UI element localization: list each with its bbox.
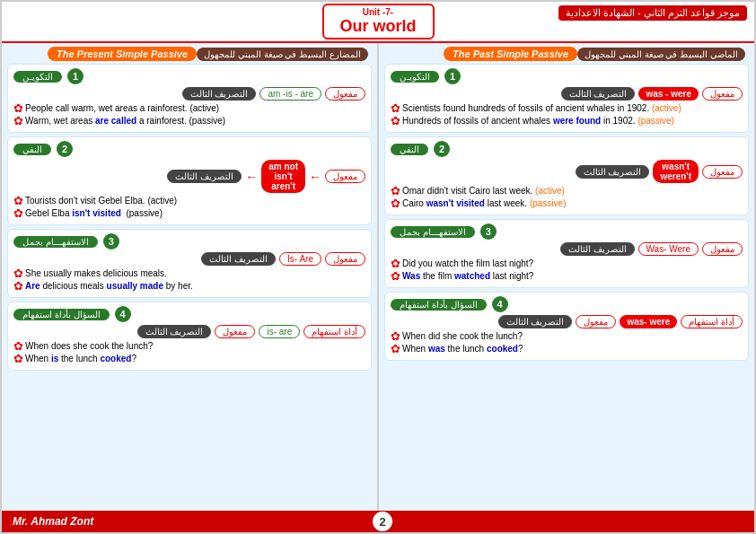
bullet7: ✿ [13, 340, 23, 352]
title-box: Unit -7- Our world [322, 4, 435, 39]
right-sec1-header: 1 التكويـن [391, 68, 743, 84]
left-sec1-ex2-text: Warm, wet areas are called a rainforest.… [25, 116, 225, 126]
right-sec2-ex2: ✿ Cairo wasn't visited last week. (passi… [391, 198, 743, 209]
right-sec1-name: التكويـن [391, 71, 439, 83]
left-f2-maf3ol: مفعول [325, 170, 365, 183]
left-num3: 3 [103, 233, 119, 249]
left-section-4: 4 السؤال بأداة استفهام أداة استفهام is- … [7, 302, 372, 371]
left-sec2-name: النفي [13, 144, 51, 155]
left-sec2-header: 2 النفي [13, 141, 365, 157]
right-tense-english: The Past Simple Passive [444, 47, 577, 61]
left-f1-am-is-are: am -is - are [259, 87, 321, 101]
content-area: المضارع البسيط في صيغة المبني للمجهول Th… [2, 43, 754, 511]
left-tense-english: The Present Simple Passive [48, 47, 197, 61]
bullet6: ✿ [13, 280, 23, 292]
right-sec3-ex1-text: Did you watch the film last night? [402, 258, 533, 268]
left-num4: 4 [115, 306, 131, 322]
right-tense-arabic: الماضي البسيط في صيغة المبني للمجهول [577, 48, 745, 61]
exam-label: موجز قواعد الترم الثاني - الشهادة الاعدا… [558, 5, 747, 21]
rbullet4: ✿ [391, 197, 400, 209]
left-panel: المضارع البسيط في صيغة المبني للمجهول Th… [2, 43, 379, 511]
right-num2: 2 [434, 141, 450, 157]
left-sec3-header: 3 الاستفهـــام بجمل [13, 233, 365, 249]
bullet4: ✿ [13, 207, 23, 219]
header: Unit -7- Our world موجز قواعد الترم الثا… [2, 2, 754, 43]
unit-label: Unit -7- [340, 7, 417, 17]
left-tense-header: المضارع البسيط في صيغة المبني للمجهول Th… [7, 47, 372, 61]
left-f3-is-are: Is- Are [279, 252, 321, 266]
left-section-2: 2 النفي مفعول ← am notisn'taren't ← التص… [7, 136, 372, 225]
right-sec1-ex2: ✿ Hundreds of fossils of ancient whales … [391, 116, 743, 127]
footer: Mr. Ahmad Zont 2 [2, 511, 754, 532]
bullet8: ✿ [13, 353, 23, 364]
bullet3: ✿ [13, 195, 23, 206]
left-sec1-ex2: ✿ Warm, wet areas are called a rainfores… [13, 116, 365, 127]
left-f3-tasref: التصريف الثالث [201, 252, 276, 266]
left-sec2-ex2: ✿ Gebel Elba isn't visited (passive) [13, 208, 365, 219]
right-f2-tasref: التصريف الثالث [576, 165, 650, 179]
left-sec1-ex1: ✿ People call warm, wet areas a rainfore… [13, 103, 365, 114]
left-num2: 2 [57, 141, 73, 157]
right-section-4: 4 السؤال بأداة استفهام أداة استفهام was-… [384, 292, 749, 361]
left-f4-tasref: التصريف الثالث [137, 325, 212, 338]
left-sec3-ex2: ✿ Are delicious meals usually made by he… [13, 281, 365, 292]
right-f3-tasref: التصريف الثالث [560, 242, 635, 256]
teacher-name: Mr. Ahmad Zont [13, 515, 93, 528]
right-num1: 1 [444, 68, 461, 84]
right-sec4-ex2: ✿ When was the lunch cooked? [391, 344, 743, 355]
left-sec1-formula: مفعول am -is - are التصريف الثالث [13, 87, 365, 101]
left-sec2-formula: مفعول ← am notisn'taren't ← التصريف الثا… [13, 160, 365, 193]
left-sec3-ex1-text: She usually makes delicious meals. [25, 268, 167, 278]
left-arrow2: ← [245, 170, 258, 184]
rbullet5: ✿ [391, 258, 400, 269]
right-sec3-ex1: ✿ Did you watch the film last night? [391, 258, 743, 269]
right-sec2-name: النفي [391, 144, 428, 155]
left-f4-adat: أداة استفهام [303, 325, 365, 338]
right-sec3-header: 3 الاستفهـــام بجمل [391, 223, 743, 240]
right-sec2-formula: مفعول wasn'tweren't التصريف الثالث [391, 160, 743, 183]
right-sec4-formula: أداة استفهام was- were مفعول التصريف الث… [391, 315, 743, 328]
left-sec4-ex1: ✿ When does she cook the lunch? [13, 341, 365, 352]
left-sec4-ex1-text: When does she cook the lunch? [25, 341, 153, 351]
right-f4-was-were: was- were [620, 315, 677, 328]
left-neg-box: am notisn'taren't [261, 160, 305, 193]
bullet1: ✿ [13, 102, 23, 114]
right-sec3-name: الاستفهـــام بجمل [391, 226, 475, 238]
right-sec4-name: السؤال بأداة استفهام [391, 299, 487, 311]
rbullet7: ✿ [391, 330, 400, 342]
right-f3-maf3ol: مفعول [702, 242, 743, 256]
left-f1-tasref: التصريف الثالث [182, 87, 257, 101]
left-f4-is-are: is- are [259, 325, 300, 338]
world-title: Our world [340, 17, 417, 36]
right-sec2-ex2-text: Cairo wasn't visited last week. (passive… [402, 198, 566, 208]
right-num3: 3 [480, 223, 497, 240]
left-sec3-ex1: ✿ She usually makes delicious meals. [13, 268, 365, 279]
right-sec4-header: 4 السؤال بأداة استفهام [391, 296, 743, 312]
right-panel: الماضي البسيط في صيغة المبني للمجهول The… [379, 43, 754, 511]
left-section-1: 1 التكويـن مفعول am -is - are التصريف ال… [7, 64, 372, 133]
right-f2-maf3ol: مفعول [702, 165, 743, 179]
page-number: 2 [373, 512, 392, 531]
left-f2-tasref: التصريف الثالث [167, 170, 242, 183]
right-sec2-ex1: ✿ Omar didn't visit Cairo last week. (ac… [391, 186, 743, 197]
left-f3-maf3ol: مفعول [325, 252, 365, 266]
left-sec4-ex2: ✿ When is the lunch cooked? [13, 354, 365, 364]
right-section-3: 3 الاستفهـــام بجمل مفعول Was- Were التص… [384, 219, 749, 288]
right-f1-tasref: التصريف الثالث [561, 87, 636, 101]
left-sec1-ex1-text: People call warm, wet areas a rainforest… [25, 103, 219, 113]
left-sec1-header: 1 التكويـن [13, 68, 365, 84]
right-tense-header: الماضي البسيط في صيغة المبني للمجهول The… [384, 47, 749, 61]
right-section-2: 2 النفي مفعول wasn'tweren't التصريف الثا… [384, 136, 749, 215]
left-f4-maf3ol: مفعول [215, 325, 255, 338]
right-sec4-ex2-text: When was the lunch cooked? [402, 344, 523, 354]
right-num4: 4 [492, 296, 508, 312]
right-sec4-ex1-text: When did she cook the lunch? [402, 331, 523, 341]
rbullet2: ✿ [391, 115, 400, 127]
right-section-1: 1 التكويـن مفعول was - were التصريف الثا… [384, 64, 749, 133]
left-sec4-header: 4 السؤال بأداة استفهام [13, 306, 365, 322]
left-tense-arabic: المضارع البسيط في صيغة المبني للمجهول [197, 48, 368, 61]
right-was-were: was - were [638, 87, 699, 101]
right-sec3-ex2-text: Was the film watched last night? [402, 271, 533, 281]
page: Unit -7- Our world موجز قواعد الترم الثا… [0, 0, 756, 534]
right-sec1-ex2-text: Hundreds of fossils of ancient whales we… [402, 116, 674, 126]
